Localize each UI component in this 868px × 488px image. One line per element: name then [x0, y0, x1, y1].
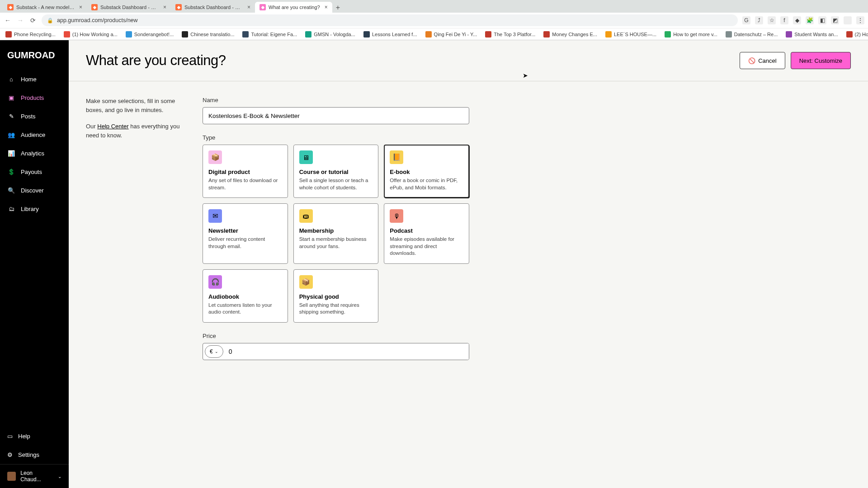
bookmark-favicon-icon — [543, 31, 550, 38]
product-form: Name Type 📦 Digital product Any set of f… — [203, 97, 469, 370]
bookmark-item[interactable]: (2) How To Add A... — [844, 30, 868, 38]
type-card-course[interactable]: 🖥 Course or tutorial Sell a single lesso… — [293, 145, 379, 198]
discover-icon: 🔍 — [7, 187, 15, 194]
chevron-down-icon: ⌄ — [215, 349, 218, 354]
bookmark-favicon-icon — [64, 31, 70, 38]
intro-line-1: Make some selections, fill in some boxes… — [86, 97, 181, 115]
gumroad-logo[interactable]: GUMROAD — [0, 40, 69, 70]
ext-icon[interactable]: ◆ — [793, 16, 801, 24]
bookmark-item[interactable]: Chinese translatio... — [179, 30, 237, 38]
bookmark-favicon-icon — [5, 31, 12, 38]
sidebar-item-home[interactable]: ⌂Home — [0, 70, 69, 89]
type-card-audiobook[interactable]: 🎧 Audiobook Let customers listen to your… — [203, 269, 288, 323]
sidebar-item-label: Audience — [21, 131, 45, 138]
type-grid: 📦 Digital product Any set of files to do… — [203, 145, 469, 323]
sidebar-item-products[interactable]: ▣Products — [0, 89, 69, 107]
sidebar-item-discover[interactable]: 🔍Discover — [0, 181, 69, 200]
sidebar-item-label: Analytics — [21, 150, 44, 157]
ext-icon[interactable]: ◧ — [818, 16, 826, 24]
bookmark-item[interactable]: Sonderangebot!... — [123, 30, 176, 38]
currency-selector[interactable]: € ⌄ — [205, 345, 223, 358]
bookmark-item[interactable]: Qing Fei De Yi - Y... — [423, 30, 480, 38]
browser-tab[interactable]: ◆ What are you creating? × — [255, 2, 332, 13]
bookmark-item[interactable]: Money Changes E... — [541, 30, 600, 38]
extensions-icon[interactable]: 🧩 — [806, 16, 814, 24]
page-title: What are you creating? — [86, 52, 226, 69]
bookmark-label: (1) How Working a... — [72, 32, 118, 37]
ext-icon[interactable]: f — [780, 16, 788, 24]
sidebar-item-library[interactable]: 🗂Library — [0, 200, 69, 218]
close-icon[interactable]: × — [323, 4, 328, 10]
type-card-desc: Any set of files to download or stream. — [208, 177, 282, 191]
ext-icon[interactable]: ◩ — [831, 16, 839, 24]
tab-bar: ◆ Substack - A new model for p... ×◆ Sub… — [0, 0, 868, 13]
sidebar-item-settings[interactable]: ⚙Settings — [0, 446, 69, 464]
bookmark-item[interactable]: How to get more v... — [662, 30, 720, 38]
physical-icon: 📦 — [299, 275, 313, 289]
next-customize-button[interactable]: Next: Customize — [791, 52, 851, 69]
tab-title: Substack Dashboard - Leon's ... — [184, 5, 243, 10]
price-input[interactable] — [225, 343, 469, 360]
sidebar-item-audience[interactable]: 👥Audience — [0, 126, 69, 144]
type-card-desc: Deliver recurring content through email. — [208, 236, 282, 250]
bookmark-item[interactable]: LEE´S HOUSE—... — [603, 30, 659, 38]
bookmark-item[interactable]: Student Wants an... — [783, 30, 840, 38]
cancel-button[interactable]: 🚫 Cancel — [740, 52, 785, 69]
ebook-icon: 📙 — [390, 150, 403, 164]
sidebar-item-analytics[interactable]: 📊Analytics — [0, 144, 69, 163]
nav-forward-icon[interactable]: → — [16, 17, 24, 24]
close-icon[interactable]: × — [77, 4, 82, 10]
bookmark-item[interactable]: Phone Recycling... — [3, 30, 58, 38]
nav-reload-icon[interactable]: ⟳ — [29, 17, 37, 24]
browser-tab[interactable]: ◆ Substack Dashboard - Leon's ... × — [87, 2, 171, 13]
audiobook-icon: 🎧 — [208, 275, 222, 289]
sidebar-item-posts[interactable]: ✎Posts — [0, 107, 69, 126]
bookmark-item[interactable]: GMSN - Vologda... — [302, 30, 358, 38]
tab-title: What are you creating? — [269, 5, 320, 10]
bookmark-label: How to get more v... — [673, 32, 717, 37]
home-icon: ⌂ — [7, 76, 15, 83]
type-card-newsletter[interactable]: ✉ Newsletter Deliver recurring content t… — [203, 203, 288, 264]
bookmark-item[interactable]: The Top 3 Platfor... — [482, 30, 538, 38]
nav-back-icon[interactable]: ← — [4, 17, 12, 24]
type-card-desc: Sell a single lesson or teach a whole co… — [299, 177, 373, 191]
type-card-digital[interactable]: 📦 Digital product Any set of files to do… — [203, 145, 288, 198]
bookmark-item[interactable]: Tutorial: Eigene Fa... — [240, 30, 300, 38]
close-icon[interactable]: × — [161, 4, 166, 10]
menu-icon[interactable]: ⋮ — [856, 16, 864, 24]
chevron-down-icon: ⌄ — [58, 474, 61, 479]
bookmark-favicon-icon — [425, 31, 432, 38]
type-card-title: Newsletter — [208, 227, 282, 234]
star-icon[interactable]: ☆ — [768, 16, 776, 24]
share-icon[interactable]: ⤴ — [755, 16, 763, 24]
type-card-title: Digital product — [208, 169, 282, 175]
type-card-podcast[interactable]: 🎙 Podcast Make episodes available for st… — [384, 203, 469, 264]
close-icon[interactable]: × — [245, 4, 250, 10]
ext-icon[interactable]: G — [742, 16, 750, 24]
url-box[interactable]: 🔒 app.gumroad.com/products/new — [42, 14, 738, 26]
bookmark-item[interactable]: (1) How Working a... — [61, 30, 120, 38]
bookmark-item[interactable]: Lessons Learned f... — [361, 30, 420, 38]
sidebar-item-payouts[interactable]: 💲Payouts — [0, 163, 69, 181]
type-card-ebook[interactable]: 📙 E-book Offer a book or comic in PDF, e… — [384, 145, 469, 198]
intro-line-2: Our Help Center has everything you need … — [86, 122, 181, 140]
bookmark-favicon-icon — [242, 31, 249, 38]
new-tab-button[interactable]: + — [332, 3, 344, 13]
sidebar-item-label: Library — [21, 206, 39, 212]
sidebar-item-label: Discover — [21, 187, 44, 194]
sidebar-item-help[interactable]: ▭Help — [0, 427, 69, 446]
type-card-physical[interactable]: 📦 Physical good Sell anything that requi… — [293, 269, 379, 323]
user-chip[interactable]: Leon Chaud... ⌄ — [0, 464, 69, 488]
type-card-desc: Offer a book or comic in PDF, ePub, and … — [390, 177, 463, 191]
type-label: Type — [203, 134, 469, 141]
profile-avatar-icon[interactable] — [844, 16, 852, 24]
membership-icon: 🎟 — [299, 209, 313, 223]
type-card-membership[interactable]: 🎟 Membership Start a membership business… — [293, 203, 379, 264]
help-center-link[interactable]: Help Center — [97, 123, 128, 130]
name-input[interactable] — [203, 107, 469, 124]
browser-tab[interactable]: ◆ Substack - A new model for p... × — [3, 2, 87, 13]
bookmark-item[interactable]: Datenschutz – Re... — [723, 30, 781, 38]
sidebar-item-label: Help — [18, 433, 30, 440]
cancel-icon: 🚫 — [748, 57, 755, 64]
browser-tab[interactable]: ◆ Substack Dashboard - Leon's ... × — [171, 2, 255, 13]
